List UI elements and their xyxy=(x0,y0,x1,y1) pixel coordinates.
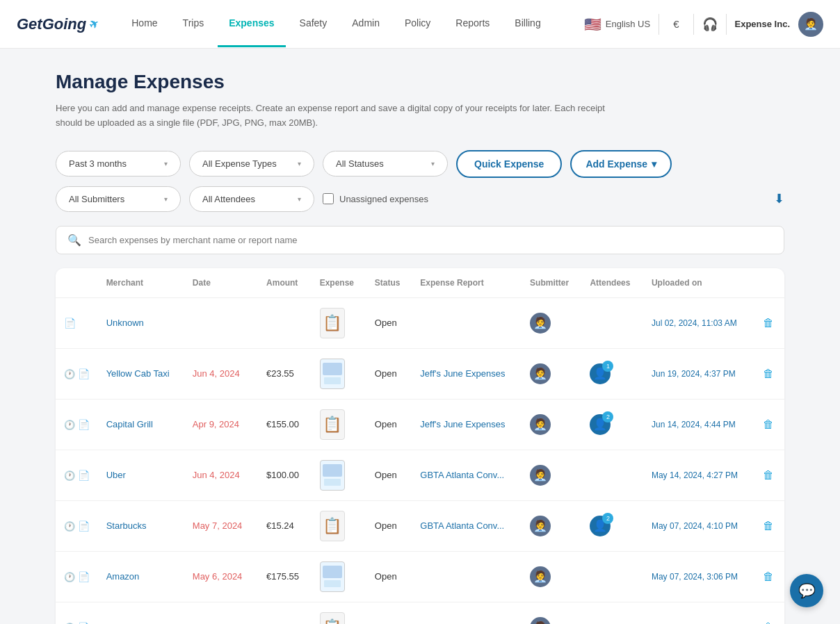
nav-safety[interactable]: Safety xyxy=(289,1,339,47)
delete-button[interactable]: 🗑 xyxy=(763,317,774,329)
search-input[interactable] xyxy=(88,235,773,245)
date-range-filter[interactable]: Past 3 months ▾ xyxy=(56,151,181,176)
delete-button[interactable]: 🗑 xyxy=(763,570,774,582)
row-expense-report[interactable]: Jeff's June Expenses xyxy=(412,348,522,399)
row-amount: $100.00 xyxy=(258,450,312,500)
row-merchant[interactable]: Starbucks xyxy=(98,500,184,551)
row-merchant[interactable]: Amazon xyxy=(98,551,184,602)
report-link[interactable]: Jeff's June Expenses xyxy=(420,419,505,429)
submitter-avatar[interactable]: 🧑‍💼 xyxy=(530,617,551,624)
nav-policy[interactable]: Policy xyxy=(394,1,442,47)
download-icon[interactable]: ⬇ xyxy=(774,191,784,206)
row-submitter: 🧑‍💼 xyxy=(522,500,581,551)
delete-button[interactable]: 🗑 xyxy=(763,469,774,481)
row-amount: €23.55 xyxy=(258,348,312,399)
report-link[interactable]: Jeff's June Expenses xyxy=(420,368,505,379)
col-status: Status xyxy=(366,268,412,298)
submitters-label: All Submitters xyxy=(69,194,124,204)
nav-billing[interactable]: Billing xyxy=(503,1,551,47)
support-icon[interactable]: 🎧 xyxy=(702,17,718,32)
row-receipt[interactable] xyxy=(312,551,366,602)
row-status: Open xyxy=(366,348,412,399)
clock-icon: 🕐 xyxy=(64,470,75,481)
row-expense-report[interactable]: GBTA Atlanta Conv... xyxy=(412,450,522,500)
submitter-avatar[interactable]: 🧑‍💼 xyxy=(530,313,551,334)
row-amount: €15.24 xyxy=(258,500,312,551)
submitter-avatar[interactable]: 🧑‍💼 xyxy=(530,363,551,384)
nav-home[interactable]: Home xyxy=(120,1,168,47)
clock-icon: 🕐 xyxy=(64,521,75,532)
row-receipt[interactable]: 📋 xyxy=(312,399,366,450)
row-amount xyxy=(258,297,312,348)
clock-icon: 🕐 xyxy=(64,420,75,430)
col-actions xyxy=(754,268,784,298)
nav-admin[interactable]: Admin xyxy=(341,1,391,47)
attendees-count: 2 xyxy=(602,411,613,422)
row-merchant[interactable]: Capital Grill xyxy=(98,399,184,450)
row-expense-report[interactable]: Jeff's June Expenses xyxy=(412,399,522,450)
delete-button[interactable]: 🗑 xyxy=(763,418,774,430)
report-link[interactable]: GBTA Atlanta Conv... xyxy=(420,470,504,480)
nav-trips[interactable]: Trips xyxy=(172,1,216,47)
submitter-avatar[interactable]: 🧑‍💼 xyxy=(530,465,551,486)
delete-button[interactable]: 🗑 xyxy=(763,520,774,532)
receipt-photo-thumb xyxy=(320,561,345,592)
divider-1 xyxy=(659,14,659,35)
receipt-photo-thumb xyxy=(320,359,345,389)
currency-button[interactable]: € xyxy=(668,15,684,33)
row-merchant[interactable]: Unknown xyxy=(98,297,184,348)
report-link[interactable]: GBTA Atlanta Conv... xyxy=(420,520,504,531)
row-receipt[interactable] xyxy=(312,450,366,500)
row-delete-cell: 🗑 xyxy=(754,399,784,450)
row-submitter: 🧑‍💼 xyxy=(522,551,581,602)
row-submitter: 🧑‍💼 xyxy=(522,450,581,500)
row-attendees: 👤 2 xyxy=(581,500,643,551)
attendees-count: 1 xyxy=(602,361,613,372)
quick-expense-button[interactable]: Quick Expense xyxy=(456,150,562,178)
expense-types-filter[interactable]: All Expense Types ▾ xyxy=(189,151,314,176)
statuses-filter[interactable]: All Statuses ▾ xyxy=(323,151,448,176)
row-merchant[interactable]: Yellow Cab Taxi xyxy=(98,348,184,399)
row-attendees: 👤 2 xyxy=(581,399,643,450)
date-range-label: Past 3 months xyxy=(69,158,127,169)
submitter-avatar[interactable]: 🧑‍💼 xyxy=(530,414,551,435)
submitters-filter[interactable]: All Submitters ▾ xyxy=(56,186,181,212)
nav-right: 🇺🇸 English US € 🎧 Expense Inc. 🧑‍💼 xyxy=(584,12,823,37)
row-merchant[interactable]: Uber xyxy=(98,450,184,500)
submitter-avatar[interactable]: 🧑‍💼 xyxy=(530,566,551,587)
row-submitter: 🧑‍💼 xyxy=(522,602,581,624)
row-expense-report xyxy=(412,602,522,624)
logo[interactable]: GetGoing✈ xyxy=(17,15,98,33)
attendees-avatar[interactable]: 👤 1 xyxy=(590,363,611,384)
row-receipt[interactable]: 📋 xyxy=(312,500,366,551)
avatar[interactable]: 🧑‍💼 xyxy=(798,12,823,37)
row-receipt[interactable]: 📋 xyxy=(312,602,366,624)
date-range-chevron-icon: ▾ xyxy=(164,160,168,167)
row-expense-report[interactable]: GBTA Atlanta Conv... xyxy=(412,500,522,551)
expense-types-chevron-icon: ▾ xyxy=(298,160,301,167)
attendees-avatar[interactable]: 👤 2 xyxy=(590,414,611,435)
add-expense-button[interactable]: Add Expense ▾ xyxy=(570,150,672,178)
receipt-photo-thumb xyxy=(320,460,345,491)
col-expense: Expense xyxy=(312,268,366,298)
delete-button[interactable]: 🗑 xyxy=(763,368,774,379)
row-merchant[interactable]: JFK Bookstore xyxy=(98,602,184,624)
attendees-filter[interactable]: All Attendees ▾ xyxy=(189,186,314,212)
delete-button[interactable]: 🗑 xyxy=(763,621,774,624)
col-attendees: Attendees xyxy=(581,268,643,298)
nav-reports[interactable]: Reports xyxy=(444,1,501,47)
unassigned-checkbox[interactable] xyxy=(323,193,334,204)
nav-expenses[interactable]: Expenses xyxy=(218,1,285,47)
language-selector[interactable]: 🇺🇸 English US xyxy=(584,16,650,33)
row-delete-cell: 🗑 xyxy=(754,551,784,602)
row-receipt[interactable]: 📋 xyxy=(312,297,366,348)
company-name: Expense Inc. xyxy=(735,19,790,29)
row-receipt[interactable] xyxy=(312,348,366,399)
attendees-avatar[interactable]: 👤 2 xyxy=(590,516,611,536)
submitter-avatar[interactable]: 🧑‍💼 xyxy=(530,516,551,536)
logo-plane-icon: ✈ xyxy=(86,16,101,32)
row-attendees xyxy=(581,297,643,348)
row-icons-cell: 🕐 📄 xyxy=(56,551,98,602)
divider-3 xyxy=(726,14,727,35)
chat-button[interactable]: 💬 xyxy=(790,574,823,607)
